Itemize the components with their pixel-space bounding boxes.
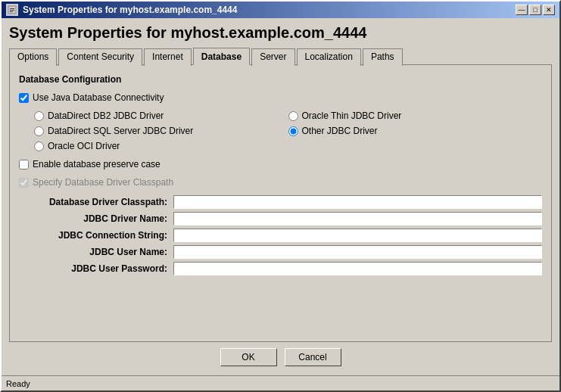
radio-oracle-oci: Oracle OCI Driver bbox=[34, 141, 288, 151]
window-content: System Properties for myhost.example.com… bbox=[2, 18, 559, 375]
radio-datadirect-sql: DataDirect SQL Server JDBC Driver bbox=[34, 126, 288, 136]
radio-datadirect-db2-input[interactable] bbox=[34, 111, 44, 121]
svg-rect-1 bbox=[10, 8, 14, 9]
use-jdbc-row: Use Java Database Connectivity bbox=[19, 92, 542, 103]
minimize-button[interactable]: — bbox=[516, 5, 528, 15]
label-connection-string: JDBC Connection String: bbox=[19, 229, 170, 242]
radio-other-jdbc: Other JDBC Driver bbox=[288, 126, 543, 136]
label-user-name: JDBC User Name: bbox=[19, 245, 170, 259]
tab-localization[interactable]: Localization bbox=[297, 48, 361, 66]
driver-column-right: Oracle Thin JDBC Driver Other JDBC Drive… bbox=[288, 110, 543, 151]
input-user-password[interactable] bbox=[173, 262, 542, 275]
radio-datadirect-sql-label: DataDirect SQL Server JDBC Driver bbox=[48, 126, 193, 136]
radio-datadirect-db2: DataDirect DB2 JDBC Driver bbox=[34, 110, 288, 121]
title-bar-text: System Properties for myhost.example.com… bbox=[23, 5, 237, 15]
status-bar: Ready bbox=[2, 375, 559, 390]
main-title-prefix: System Properties for bbox=[9, 24, 170, 41]
radio-oracle-thin-input[interactable] bbox=[288, 111, 298, 121]
tab-paths[interactable]: Paths bbox=[363, 48, 403, 66]
title-bar-left: System Properties for myhost.example.com… bbox=[6, 4, 237, 16]
radio-oracle-oci-label: Oracle OCI Driver bbox=[48, 141, 120, 151]
radio-other-jdbc-input[interactable] bbox=[288, 126, 298, 136]
preserve-case-row: Enable database preserve case bbox=[19, 159, 542, 170]
radio-oracle-thin: Oracle Thin JDBC Driver bbox=[288, 110, 543, 121]
input-user-name[interactable] bbox=[173, 245, 542, 259]
tab-options[interactable]: Options bbox=[9, 48, 57, 66]
title-bar-buttons: — □ ✕ bbox=[516, 5, 555, 15]
radio-oracle-thin-label: Oracle Thin JDBC Driver bbox=[302, 110, 402, 121]
label-driver-classpath: Database Driver Classpath: bbox=[19, 195, 170, 209]
label-driver-name: JDBC Driver Name: bbox=[19, 212, 170, 226]
specify-classpath-label: Specify Database Driver Classpath bbox=[33, 177, 173, 188]
maximize-button[interactable]: □ bbox=[529, 5, 541, 15]
section-title: Database Configuration bbox=[19, 74, 542, 85]
ok-button[interactable]: OK bbox=[220, 348, 277, 366]
input-driver-classpath[interactable] bbox=[173, 195, 542, 209]
specify-classpath-row: Specify Database Driver Classpath bbox=[19, 177, 542, 188]
svg-rect-3 bbox=[10, 11, 13, 12]
preserve-case-label: Enable database preserve case bbox=[33, 159, 161, 170]
specify-classpath-checkbox[interactable] bbox=[19, 178, 29, 188]
radio-datadirect-db2-label: DataDirect DB2 JDBC Driver bbox=[48, 110, 164, 121]
title-bar: System Properties for myhost.example.com… bbox=[2, 2, 559, 18]
svg-rect-2 bbox=[10, 10, 14, 11]
use-jdbc-label: Use Java Database Connectivity bbox=[33, 92, 164, 103]
label-user-password: JDBC User Password: bbox=[19, 262, 170, 275]
input-driver-name[interactable] bbox=[173, 212, 542, 226]
radio-datadirect-sql-input[interactable] bbox=[34, 126, 44, 136]
tab-server[interactable]: Server bbox=[251, 48, 295, 66]
tab-bar: Options Content Security Internet Databa… bbox=[9, 48, 552, 65]
main-window: System Properties for myhost.example.com… bbox=[0, 0, 561, 392]
tab-database[interactable]: Database bbox=[193, 48, 250, 65]
window-icon bbox=[6, 4, 18, 16]
tab-internet[interactable]: Internet bbox=[144, 48, 192, 66]
radio-oracle-oci-input[interactable] bbox=[34, 142, 44, 151]
preserve-case-checkbox[interactable] bbox=[19, 160, 29, 170]
button-bar: OK Cancel bbox=[9, 342, 552, 371]
close-button[interactable]: ✕ bbox=[543, 5, 555, 15]
cancel-button[interactable]: Cancel bbox=[285, 348, 341, 366]
driver-column-left: DataDirect DB2 JDBC Driver DataDirect SQ… bbox=[34, 110, 288, 151]
input-connection-string[interactable] bbox=[173, 229, 542, 242]
status-text: Ready bbox=[6, 379, 30, 388]
tab-content-database: Database Configuration Use Java Database… bbox=[9, 64, 552, 342]
tab-content-security[interactable]: Content Security bbox=[58, 48, 142, 66]
use-jdbc-checkbox[interactable] bbox=[19, 93, 29, 103]
main-title-bar: System Properties for myhost.example.com… bbox=[9, 24, 552, 42]
form-grid: Database Driver Classpath: JDBC Driver N… bbox=[19, 195, 542, 275]
driver-group: DataDirect DB2 JDBC Driver DataDirect SQ… bbox=[34, 110, 542, 151]
main-title-hostname: myhost.example.com_4444 bbox=[170, 24, 366, 41]
radio-other-jdbc-label: Other JDBC Driver bbox=[302, 126, 378, 136]
